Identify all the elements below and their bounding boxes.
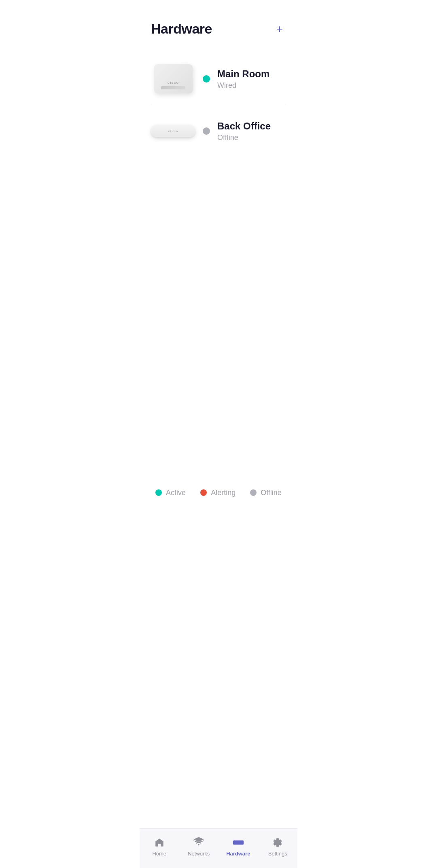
cisco-logo-main: cisco — [168, 80, 179, 85]
nav-label-home: Home — [152, 851, 166, 857]
device-connection-main-room: Wired — [217, 81, 286, 90]
legend-dot-active — [155, 489, 162, 496]
nav-label-settings: Settings — [268, 851, 287, 857]
legend-dot-offline — [250, 489, 257, 496]
home-icon — [154, 837, 165, 848]
device-image-back-office: cisco — [151, 115, 195, 147]
legend-dot-alerting — [200, 489, 207, 496]
device-info-main-room: Main Room Wired — [217, 68, 286, 90]
nav-label-networks: Networks — [188, 851, 210, 857]
networks-icon — [193, 837, 204, 848]
device-image-main-room: cisco — [151, 63, 195, 95]
status-dot-back-office — [203, 127, 210, 135]
page-wrapper: Hardware + cisco Main Room Wired cisco — [140, 0, 297, 868]
device-item-main-room[interactable]: cisco Main Room Wired — [140, 53, 297, 105]
nav-item-networks[interactable]: Networks — [179, 834, 219, 860]
add-hardware-button[interactable]: + — [273, 22, 286, 36]
nav-label-hardware: Hardware — [226, 851, 250, 857]
status-legend: Active Alerting Offline — [140, 472, 297, 513]
settings-icon — [272, 837, 283, 848]
legend-item-active: Active — [155, 489, 186, 497]
svg-rect-2 — [234, 841, 237, 843]
device-info-back-office: Back Office Offline — [217, 121, 286, 142]
nav-item-hardware[interactable]: Hardware — [218, 834, 258, 860]
device-item-back-office[interactable]: cisco Back Office Offline — [140, 105, 297, 157]
svg-point-0 — [198, 844, 199, 845]
status-dot-main-room — [203, 75, 210, 83]
cisco-logo-back-office: cisco — [168, 129, 178, 133]
nav-item-settings[interactable]: Settings — [258, 834, 298, 860]
legend-item-offline: Offline — [250, 489, 282, 497]
bottom-nav: Home Networks Hardware — [140, 828, 297, 868]
device-connection-back-office: Offline — [217, 133, 286, 142]
device-name-main-room: Main Room — [217, 68, 286, 80]
hardware-icon — [233, 837, 244, 848]
page-title: Hardware — [151, 21, 212, 37]
legend-label-offline: Offline — [261, 489, 282, 497]
device-name-back-office: Back Office — [217, 121, 286, 132]
device-thumbnail-main-room: cisco — [154, 64, 193, 93]
legend-label-alerting: Alerting — [211, 489, 235, 497]
legend-label-active: Active — [166, 489, 186, 497]
device-thumbnail-back-office: cisco — [151, 125, 195, 137]
header: Hardware + — [140, 0, 297, 45]
nav-item-home[interactable]: Home — [140, 834, 179, 860]
legend-item-alerting: Alerting — [200, 489, 235, 497]
device-list: cisco Main Room Wired cisco Back Office … — [140, 45, 297, 472]
